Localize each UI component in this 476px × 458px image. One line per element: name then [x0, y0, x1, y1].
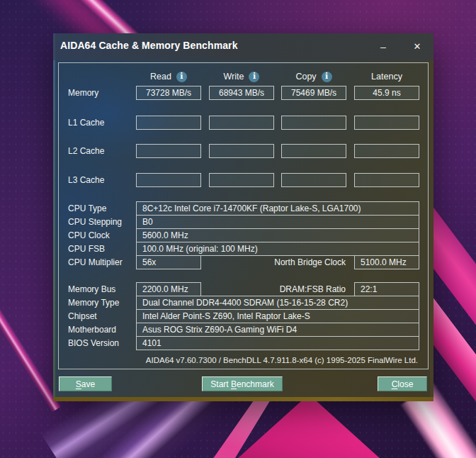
- version-copyright-text: AIDA64 v7.60.7300 / BenchDLL 4.7.911.8-x…: [146, 356, 418, 364]
- column-header-latency: Latency: [354, 70, 419, 83]
- memory-copy-value: 75469 MB/s: [281, 86, 346, 100]
- desktop-wallpaper: AIDA64 Cache & Memory Benchmark – ✕ Read…: [0, 0, 476, 458]
- dram-fsb-ratio-label: DRAM:FSB Ratio: [222, 282, 346, 296]
- close-button[interactable]: Close: [378, 376, 427, 391]
- dram-fsb-ratio-value: 22:1: [354, 282, 419, 296]
- l2-write-value: [209, 144, 274, 158]
- row-label-l3-cache: L3 Cache: [68, 173, 104, 187]
- column-header-write: Write i: [209, 70, 274, 83]
- minimize-button[interactable]: –: [372, 37, 395, 56]
- l2-latency-value: [354, 144, 419, 158]
- copy-header-label: Copy: [295, 72, 316, 82]
- latency-header-label: Latency: [371, 72, 402, 82]
- read-header-label: Read: [150, 72, 171, 82]
- save-button[interactable]: Save: [59, 376, 112, 391]
- memory-read-value: 73728 MB/s: [136, 86, 201, 100]
- north-bridge-clock-label: North Bridge Clock: [222, 255, 346, 269]
- row-label-l1-cache: L1 Cache: [68, 116, 104, 130]
- cpu-multiplier-label: CPU Multiplier: [68, 255, 123, 269]
- close-window-button[interactable]: ✕: [406, 37, 429, 56]
- cpu-type-value: 8C+12c Intel Core i7-14700KF (Raptor Lak…: [136, 201, 419, 216]
- memory-bus-label: Memory Bus: [68, 282, 115, 296]
- memory-latency-value: 45.9 ns: [354, 86, 419, 100]
- l3-write-value: [209, 173, 274, 187]
- benchmark-panel: Read i Write i Copy i Latency Memory 737…: [58, 62, 429, 369]
- window-edge-left: [53, 33, 55, 401]
- minimize-icon: –: [380, 41, 386, 52]
- memory-type-label: Memory Type: [68, 296, 119, 310]
- aida64-benchmark-window: AIDA64 Cache & Memory Benchmark – ✕ Read…: [53, 33, 434, 401]
- cpu-fsb-value: 100.0 MHz (original: 100 MHz): [136, 242, 419, 256]
- l3-latency-value: [354, 173, 419, 187]
- info-icon[interactable]: i: [176, 72, 187, 82]
- l1-read-value: [136, 116, 201, 130]
- memory-type-value: Dual Channel DDR4-4400 SDRAM (15-16-15-2…: [136, 296, 419, 310]
- memory-write-value: 68943 MB/s: [209, 86, 274, 100]
- window-edge-bottom: [53, 397, 434, 401]
- l2-copy-value: [281, 144, 346, 158]
- bios-version-value: 4101: [136, 336, 419, 350]
- window-edge-right: [430, 33, 434, 401]
- l3-read-value: [136, 173, 201, 187]
- close-icon: ✕: [414, 41, 421, 52]
- title-bar: AIDA64 Cache & Memory Benchmark – ✕: [53, 33, 434, 60]
- cpu-type-label: CPU Type: [68, 201, 106, 216]
- window-title: AIDA64 Cache & Memory Benchmark: [60, 40, 238, 51]
- cpu-clock-label: CPU Clock: [68, 228, 110, 242]
- bios-version-label: BIOS Version: [68, 336, 119, 350]
- info-icon[interactable]: i: [322, 72, 332, 82]
- chipset-label: Chipset: [68, 309, 97, 323]
- l1-copy-value: [281, 116, 346, 130]
- north-bridge-clock-value: 5100.0 MHz: [354, 255, 419, 269]
- write-header-label: Write: [224, 72, 244, 82]
- start-benchmark-button[interactable]: Start Benchmark: [202, 376, 283, 391]
- cpu-fsb-label: CPU FSB: [68, 242, 105, 256]
- cpu-clock-value: 5600.0 MHz: [136, 228, 419, 242]
- memory-bus-value: 2200.0 MHz: [136, 282, 201, 296]
- motherboard-value: Asus ROG Strix Z690-A Gaming WiFi D4: [136, 323, 419, 337]
- row-label-memory: Memory: [68, 86, 98, 100]
- row-label-l2-cache: L2 Cache: [68, 144, 104, 158]
- l3-copy-value: [281, 173, 346, 187]
- l1-write-value: [209, 116, 274, 130]
- cpu-stepping-label: CPU Stepping: [68, 215, 122, 229]
- cpu-stepping-value: B0: [136, 215, 419, 229]
- l2-read-value: [136, 144, 201, 158]
- cpu-multiplier-value: 56x: [136, 255, 201, 269]
- l1-latency-value: [354, 116, 419, 130]
- column-header-copy: Copy i: [281, 70, 346, 83]
- chipset-value: Intel Alder Point-S Z690, Intel Raptor L…: [136, 309, 419, 323]
- motherboard-label: Motherboard: [68, 323, 116, 337]
- info-icon[interactable]: i: [249, 72, 259, 82]
- column-header-read: Read i: [136, 70, 201, 83]
